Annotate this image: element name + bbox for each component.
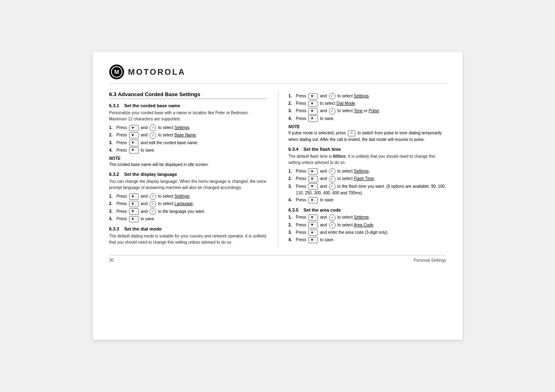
nav-btn-icon: ▼ · [308,101,318,107]
left-column: 6.3 Advanced Corded Base Settings 6.3.1 … [109,91,267,248]
section-634-body: The default flash time is 600ms. It is u… [288,153,446,166]
step-633-3: 3. Press ▼ · and ✓ to select Tone or Pul… [288,108,446,114]
step-635-2: 2. Press ▼ · and ✓ to select Area Code. [288,222,446,228]
nav-btn-icon: ▼ · [308,115,318,122]
ok-btn-icon: ✓ [329,176,336,182]
steps-633-right: 1. Press ▼ · and ✓ to select Settings. 2… [288,93,446,122]
section-631-title: 6.3.1 Set the corded base name [109,103,267,108]
step-633-2: 2. Press ▼ · to select Dial Mode. [288,100,446,107]
section-632-body: You can change the display language. Whe… [109,178,267,191]
note-633-label: NOTE [288,125,446,129]
steps-634: 1. Press ▼ · and ✓ to select Settings. 2… [288,168,446,203]
ok-btn-icon: ✓ [150,125,156,131]
nav-btn-icon: ▼ · [129,147,139,154]
ok-btn-icon: ✓ [329,93,336,99]
logo-area: M MOTOROLA [109,65,446,84]
nav-btn-icon: ▼ · [308,93,318,100]
right-column: 1. Press ▼ · and ✓ to select Settings. 2… [278,91,446,248]
note-631-text: The corded base name will be displayed i… [109,161,267,168]
steps-635: 1. Press ▼ · and ✓ to select Settings. 2… [288,214,446,243]
ok-btn-icon: ✓ [329,168,336,175]
step-632-4: 4. Press ▼ · to save. [109,216,267,222]
content-columns: 6.3 Advanced Corded Base Settings 6.3.1 … [109,91,446,248]
nav-btn-icon: ▼ · [129,140,139,146]
ok-btn-icon: ✓ [150,193,156,200]
ok-btn-icon: ✓ [150,201,156,208]
nav-btn-icon: ▼ · [308,214,318,221]
section-634-title: 6.3.4 Set the flash time [288,147,446,152]
note-631-label: NOTE [109,156,267,161]
ok-btn-icon: ✓ [329,214,336,221]
step-634-2: 2. Press ▼ · and ✓ to select Flash Time. [288,175,446,182]
motorola-brand-text: MOTOROLA [128,67,186,77]
nav-btn-icon: ▼ · [129,201,139,208]
step-634-3: 3. Press ▼ · and ✓ to the flash time you… [288,183,446,196]
svg-text:M: M [114,69,119,75]
nav-btn-icon: ▼ · [308,183,318,190]
section-631-body: Personalize your corded base with a name… [109,110,267,122]
page: M MOTOROLA 6.3 Advanced Corded Base Sett… [93,52,463,340]
ok-btn-icon: ✓ [329,183,336,190]
flash-btn-icon: ·*· [348,130,356,137]
step-631-1: 1. Press ▼ · and ✓ to select Settings. [109,125,267,131]
motorola-logo-svg: M [111,66,122,78]
step-633-1: 1. Press ▼ · and ✓ to select Settings. [288,93,446,99]
step-631-2: 2. Press ▼ · and ✓ to select Base Name. [109,132,267,138]
step-632-1: 1. Press ▼ · and ✓ to select Settings. [109,193,267,200]
step-635-3: 3. Press ▼ · and enter the area code (3-… [288,229,446,236]
section-632-title: 6.3.2 Set the display language [109,172,267,177]
nav-btn-icon: ▼ · [308,237,318,244]
nav-btn-icon: ▼ · [129,125,139,131]
step-631-4: 4. Press ▼ · to save. [109,147,267,154]
step-632-3: 3. Press ▼ · and ✓ to the language you w… [109,208,267,215]
main-section-title: 6.3 Advanced Corded Base Settings [109,91,267,99]
nav-btn-icon: ▼ · [308,168,318,175]
nav-btn-icon: ▼ · [129,194,139,200]
nav-btn-icon: ▼ · [308,176,318,182]
note-633-text: If pulse mode is selected, press ·*· to … [288,130,446,143]
nav-btn-icon: ▼ · [129,216,139,223]
nav-btn-icon: ▼ · [129,208,139,215]
ok-btn-icon: ✓ [329,222,336,228]
ok-btn-icon: ✓ [329,108,336,115]
nav-btn-icon: ▼ · [308,197,318,204]
motorola-logo-circle: M [109,65,124,79]
step-632-2: 2. Press ▼ · and ✓ to select Language. [109,201,267,207]
section-633-body: The default dialing mode is suitable for… [109,233,267,245]
step-635-4: 4. Press ▼ · to save. [288,237,446,243]
steps-631: 1. Press ▼ · and ✓ to select Settings. 2… [109,125,267,154]
section-label: Personal Settings [414,258,446,263]
step-631-3: 3. Press ▼ · and edit the corded base na… [109,140,267,146]
page-footer: 30 Personal Settings [109,255,446,263]
section-633-title: 6.3.3 Set the dial mode [109,226,267,231]
nav-btn-icon: ▼ · [129,132,139,139]
step-634-1: 1. Press ▼ · and ✓ to select Settings. [288,168,446,175]
page-number: 30 [109,258,114,263]
steps-632: 1. Press ▼ · and ✓ to select Settings. 2… [109,193,267,222]
nav-btn-icon: ▼ · [308,108,318,115]
step-635-1: 1. Press ▼ · and ✓ to select Settings. [288,214,446,221]
nav-btn-icon: ▼ · [308,222,318,228]
step-634-4: 4. Press ▼ · to save. [288,197,446,203]
section-635-title: 6.3.5 Set the area code [288,208,446,212]
step-633-4: 4. Press ▼ · to save. [288,115,446,122]
nav-btn-icon: ▼ · [308,230,318,236]
ok-btn-icon: ✓ [150,208,156,215]
ok-btn-icon: ✓ [150,132,156,139]
